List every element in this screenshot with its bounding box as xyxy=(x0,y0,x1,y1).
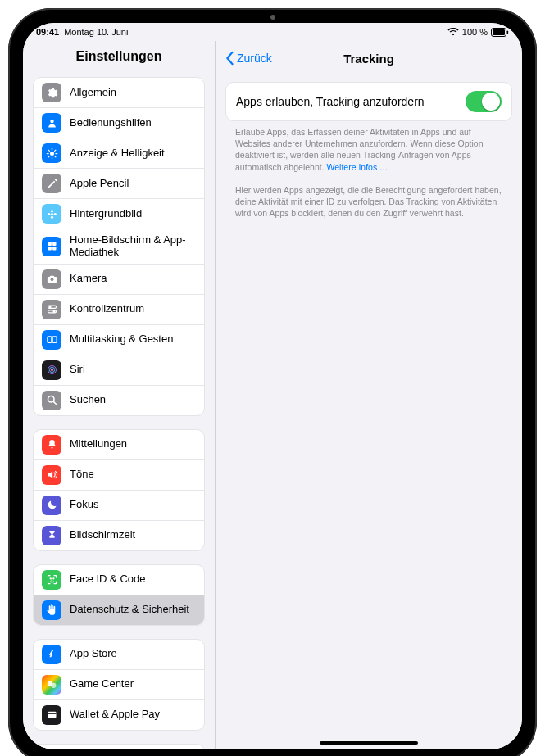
tracking-card: Apps erlauben, Tracking anzufordern xyxy=(225,82,512,121)
tracking-toggle-label: Apps erlauben, Tracking anzufordern xyxy=(236,95,425,108)
chevron-left-icon xyxy=(224,51,235,66)
sidebar-item-multi[interactable]: Multitasking & Gesten xyxy=(34,325,204,355)
rects-icon xyxy=(42,330,61,350)
sidebar-item-appstore[interactable]: App Store xyxy=(34,640,204,670)
sidebar-group: Face ID & CodeDatenschutz & Sicherheit xyxy=(33,564,205,626)
person-icon xyxy=(42,113,61,133)
sidebar-item-label: Siri xyxy=(70,364,196,376)
back-label: Zurück xyxy=(237,52,272,65)
svg-rect-1 xyxy=(493,29,505,35)
svg-point-15 xyxy=(50,215,52,218)
sidebar-item-label: Kontrollzentrum xyxy=(70,303,196,315)
detail-pane: ••• Zurück Tracking Apps erlauben, Track… xyxy=(216,41,522,749)
battery-percent: 100 % xyxy=(462,27,488,37)
svg-point-34 xyxy=(50,578,51,579)
more-info-link[interactable]: Weitere Infos … xyxy=(327,162,388,172)
sidebar-group: MitteilungenTöneFokusBildschirmzeit xyxy=(33,429,205,551)
sidebar-item-general[interactable]: Allgemein xyxy=(34,78,204,108)
sidebar-group: App StoreGame CenterWallet & Apple Pay xyxy=(33,639,205,731)
sidebar-item-label: Töne xyxy=(70,469,196,481)
search-icon xyxy=(42,391,61,410)
bubbles-icon xyxy=(42,675,61,695)
status-bar: 09:41 Montag 10. Juni 100 % xyxy=(23,23,522,41)
svg-point-13 xyxy=(50,212,52,215)
sidebar-item-access[interactable]: Bedienungshilfen xyxy=(34,108,204,138)
svg-rect-39 xyxy=(48,713,56,714)
sidebar-item-wallet[interactable]: Wallet & Apple Pay xyxy=(34,700,204,730)
sidebar-group: Apps xyxy=(33,744,205,749)
sidebar-item-home[interactable]: Home-Bildschirm & App-Mediathek xyxy=(34,229,204,265)
svg-point-31 xyxy=(50,369,52,371)
svg-line-11 xyxy=(48,156,49,156)
sidebar: Einstellungen AllgemeinBedienungshilfenA… xyxy=(23,41,216,749)
sidebar-item-search[interactable]: Suchen xyxy=(34,386,204,415)
sidebar-item-apps[interactable]: Apps xyxy=(34,745,204,749)
sidebar-item-label: Face ID & Code xyxy=(70,573,196,586)
sidebar-item-label: Apple Pencil xyxy=(70,178,196,190)
battery-icon xyxy=(491,28,509,37)
wallet-icon xyxy=(42,705,61,725)
svg-rect-2 xyxy=(507,30,509,34)
sidebar-item-pencil[interactable]: Apple Pencil xyxy=(34,169,204,199)
sidebar-item-label: Anzeige & Helligkeit xyxy=(70,147,196,160)
sidebar-item-label: Wallet & Apple Pay xyxy=(70,708,196,721)
sidebar-item-label: Kamera xyxy=(70,273,196,285)
sidebar-item-siri[interactable]: Siri xyxy=(34,355,204,386)
sidebar-item-label: Suchen xyxy=(70,394,196,406)
sidebar-list[interactable]: AllgemeinBedienungshilfenAnzeige & Helli… xyxy=(23,70,215,749)
sidebar-item-camera[interactable]: Kamera xyxy=(34,265,204,295)
sidebar-item-label: Hintergrundbild xyxy=(70,208,196,220)
sidebar-item-privacy[interactable]: Datenschutz & Sicherheit xyxy=(34,595,204,625)
status-time: 09:41 xyxy=(36,27,59,37)
svg-rect-18 xyxy=(48,242,51,246)
svg-point-17 xyxy=(53,212,56,215)
camera-dot xyxy=(270,15,275,20)
svg-point-22 xyxy=(50,278,53,282)
svg-point-16 xyxy=(48,212,50,215)
grid-icon xyxy=(42,237,61,256)
sidebar-item-display[interactable]: Anzeige & Helligkeit xyxy=(34,138,204,169)
tracking-footer-1: Erlaube Apps, das Erfassen deiner Aktivi… xyxy=(225,121,512,173)
switches-icon xyxy=(42,300,61,319)
svg-point-3 xyxy=(50,119,53,122)
svg-rect-19 xyxy=(52,242,56,246)
svg-point-24 xyxy=(49,306,51,308)
sidebar-item-screen[interactable]: Bildschirmzeit xyxy=(34,521,204,550)
svg-rect-27 xyxy=(47,337,51,343)
svg-line-12 xyxy=(54,150,55,151)
svg-point-14 xyxy=(50,210,52,212)
sidebar-item-sounds[interactable]: Töne xyxy=(34,460,204,491)
sidebar-item-faceid[interactable]: Face ID & Code xyxy=(34,565,204,595)
camera-icon xyxy=(42,269,61,289)
appstore-icon xyxy=(42,645,61,664)
sidebar-item-label: App Store xyxy=(70,648,196,660)
hand-icon xyxy=(42,600,61,620)
svg-rect-20 xyxy=(48,247,51,251)
svg-rect-28 xyxy=(52,337,57,343)
screen: 09:41 Montag 10. Juni 100 % Einstellunge… xyxy=(23,23,522,749)
faceid-icon xyxy=(42,570,61,590)
svg-line-9 xyxy=(48,150,49,151)
sidebar-item-control[interactable]: Kontrollzentrum xyxy=(34,295,204,325)
status-date: Montag 10. Juni xyxy=(64,27,128,37)
sun-icon xyxy=(42,143,61,163)
sidebar-item-focus[interactable]: Fokus xyxy=(34,491,204,521)
svg-rect-38 xyxy=(48,712,56,718)
sidebar-item-label: Datenschutz & Sicherheit xyxy=(70,604,196,616)
sidebar-item-label: Fokus xyxy=(70,499,196,511)
home-indicator[interactable] xyxy=(320,741,418,745)
wifi-icon xyxy=(447,28,459,36)
svg-point-4 xyxy=(50,152,54,156)
svg-point-35 xyxy=(52,578,53,579)
sidebar-item-notif[interactable]: Mitteilungen xyxy=(34,430,204,460)
speaker-icon xyxy=(42,465,61,485)
sidebar-item-gamec[interactable]: Game Center xyxy=(34,670,204,700)
sidebar-item-wallpaper[interactable]: Hintergrundbild xyxy=(34,199,204,229)
sidebar-title: Einstellungen xyxy=(23,41,215,70)
flower-icon xyxy=(42,204,61,224)
back-button[interactable]: Zurück xyxy=(224,51,272,66)
siri-icon xyxy=(42,360,61,380)
gear-icon xyxy=(42,83,61,102)
tracking-toggle[interactable] xyxy=(466,91,502,112)
svg-line-33 xyxy=(53,402,56,405)
